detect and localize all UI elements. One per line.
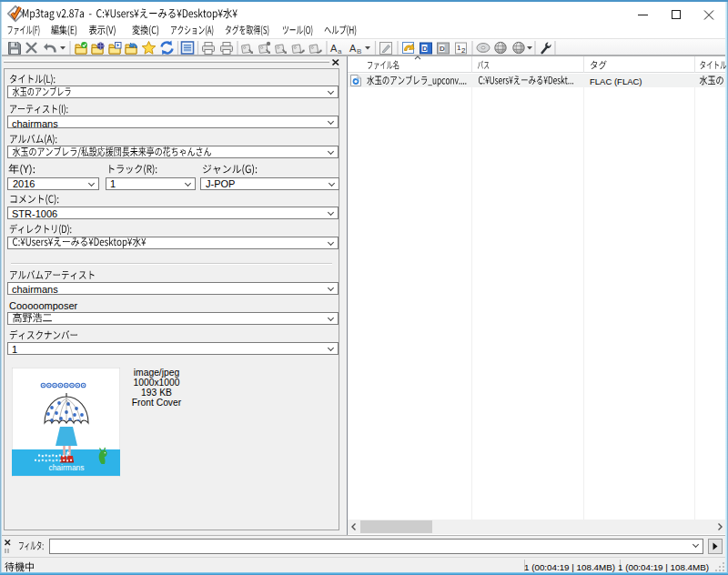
svg-text:2: 2	[461, 46, 466, 55]
svg-text:chairmans: chairmans	[48, 463, 84, 472]
svg-text:D: D	[440, 45, 445, 53]
svg-text:B: B	[357, 47, 361, 55]
svg-text:a: a	[338, 47, 342, 55]
svg-text:D: D	[422, 45, 428, 53]
svg-text:A: A	[349, 43, 357, 54]
svg-text:A: A	[330, 43, 338, 54]
